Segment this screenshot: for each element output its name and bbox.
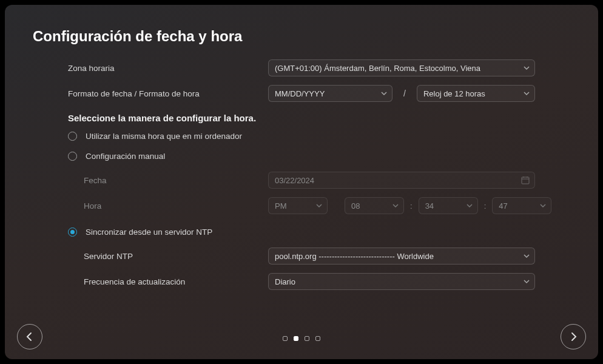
select-minute: 34 (419, 197, 478, 214)
label-ntp-server: Servidor NTP (68, 252, 268, 261)
input-manual-date-value: 03/22/2024 (275, 176, 314, 185)
manual-block: Fecha 03/22/2024 Hora PM (68, 172, 535, 214)
method-heading: Seleccione la manera de configurar la ho… (68, 113, 535, 123)
select-timezone-value: (GMT+01:00) Ámsterdam, Berlín, Roma, Est… (275, 64, 480, 73)
svg-rect-0 (522, 177, 529, 184)
label-timezone: Zona horaria (68, 64, 268, 73)
label-manual-date: Fecha (68, 176, 268, 185)
select-date-format-value: MM/DD/YYYY (275, 89, 325, 98)
pager-dot-1[interactable] (294, 336, 298, 341)
row-manual-date: Fecha 03/22/2024 (68, 172, 535, 189)
radio-icon (68, 152, 77, 161)
radio-option-same-computer[interactable]: Utilizar la misma hora que en mi ordenad… (68, 132, 535, 141)
select-meridiem: PM (268, 197, 328, 214)
select-minute-value: 34 (425, 201, 434, 211)
select-ntp-freq-value: Diario (275, 277, 295, 286)
chevron-down-icon (540, 203, 546, 209)
time-colon: : (483, 201, 488, 211)
input-manual-date: 03/22/2024 (268, 172, 535, 189)
radio-label-ntp: Sincronizar desde un servidor NTP (86, 228, 212, 237)
label-format: Formato de fecha / Formato de hora (68, 89, 268, 98)
radio-label-same: Utilizar la misma hora que en mi ordenad… (86, 132, 242, 141)
radio-option-ntp[interactable]: Sincronizar desde un servidor NTP (68, 228, 535, 237)
pager-dot-3[interactable] (315, 336, 320, 341)
row-ntp-freq: Frecuencia de actualización Diario (68, 273, 535, 290)
row-manual-time: Hora PM 08 : 34 : (68, 197, 535, 214)
radio-label-manual: Configuración manual (86, 152, 165, 161)
settings-panel: Configuración de fecha y hora Zona horar… (5, 5, 598, 359)
pager-dot-0[interactable] (283, 336, 288, 341)
chevron-down-icon (467, 203, 473, 209)
chevron-down-icon (392, 203, 399, 209)
chevron-down-icon (524, 90, 530, 96)
radio-option-manual[interactable]: Configuración manual (68, 152, 535, 161)
select-time-format[interactable]: Reloj de 12 horas (417, 85, 535, 102)
pager-dots (283, 336, 320, 341)
select-hour-value: 08 (351, 201, 360, 211)
prev-button[interactable] (17, 324, 42, 349)
calendar-icon (521, 176, 530, 184)
select-ntp-freq[interactable]: Diario (268, 273, 535, 290)
select-second: 47 (492, 197, 551, 214)
chevron-down-icon (316, 203, 322, 209)
select-meridiem-value: PM (275, 201, 287, 211)
select-time-format-value: Reloj de 12 horas (423, 89, 485, 98)
time-colon: : (409, 201, 414, 211)
row-ntp-server: Servidor NTP pool.ntp.org --------------… (68, 248, 535, 265)
chevron-down-icon (524, 278, 530, 285)
select-date-format[interactable]: MM/DD/YYYY (268, 85, 392, 102)
format-separator: / (397, 89, 412, 98)
row-format: Formato de fecha / Formato de hora MM/DD… (68, 85, 535, 102)
radio-icon (68, 132, 77, 141)
label-manual-time: Hora (68, 201, 268, 211)
chevron-down-icon (381, 90, 387, 96)
chevron-down-icon (524, 253, 530, 259)
chevron-down-icon (524, 65, 530, 71)
page-title: Configuración de fecha y hora (33, 28, 570, 45)
row-timezone: Zona horaria (GMT+01:00) Ámsterdam, Berl… (68, 59, 535, 76)
select-ntp-server-value: pool.ntp.org ---------------------------… (275, 252, 434, 261)
select-ntp-server[interactable]: pool.ntp.org ---------------------------… (268, 248, 535, 265)
next-button[interactable] (561, 324, 586, 349)
pager-dot-2[interactable] (305, 336, 309, 341)
form-area: Zona horaria (GMT+01:00) Ámsterdam, Berl… (33, 59, 570, 290)
chevron-right-icon (568, 331, 579, 342)
select-second-value: 47 (499, 201, 507, 211)
select-hour: 08 (345, 197, 404, 214)
select-timezone[interactable]: (GMT+01:00) Ámsterdam, Berlín, Roma, Est… (268, 59, 535, 76)
chevron-left-icon (24, 331, 35, 342)
label-ntp-freq: Frecuencia de actualización (68, 277, 268, 286)
radio-icon-selected (68, 228, 77, 237)
